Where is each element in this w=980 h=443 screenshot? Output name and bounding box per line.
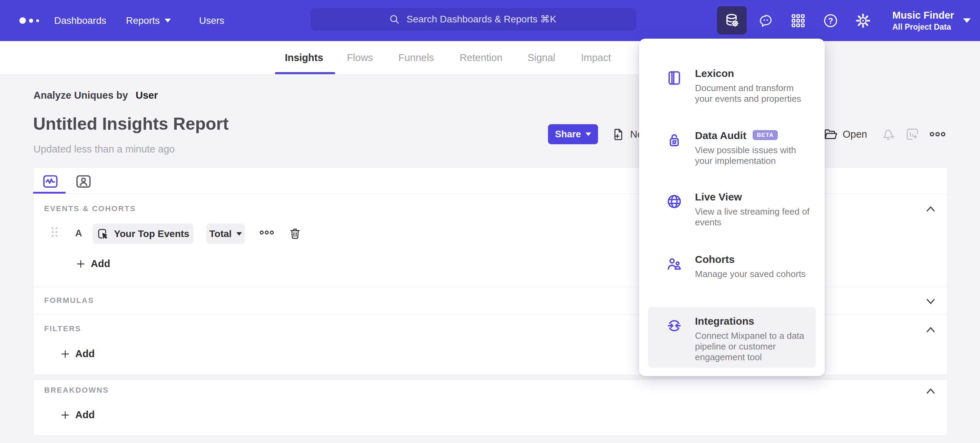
nav-reports[interactable]: Reports	[126, 0, 171, 41]
profiles-view-tab[interactable]	[75, 173, 92, 190]
chevron-down-icon	[926, 297, 936, 305]
bell-plus-icon	[881, 127, 896, 142]
report-title[interactable]: Untitled Insights Report	[33, 114, 229, 134]
project-selector[interactable]: Music Finder All Project Data	[892, 0, 971, 41]
event-selector-chip[interactable]: Your Top Events	[92, 224, 194, 244]
user-card-icon	[75, 173, 92, 190]
add-filter-button[interactable]: Add	[61, 348, 95, 359]
chart-plus-icon	[905, 127, 920, 142]
project-scope: All Project Data	[892, 22, 954, 32]
menu-item-cohorts[interactable]: Cohorts Manage your saved cohorts	[639, 254, 825, 307]
chevron-up-icon	[926, 205, 936, 213]
analyze-prefix: Analyze Uniques by	[33, 90, 128, 101]
analyze-line: Analyze Uniques byUser	[33, 90, 158, 101]
menu-item-data-audit[interactable]: Data Audit BETA View possible issues wit…	[639, 130, 825, 191]
help-icon: ?	[822, 13, 838, 29]
more-actions-button[interactable]	[929, 129, 946, 140]
menu-item-integrations[interactable]: Integrations Connect Mixpanel to a data …	[639, 315, 825, 376]
add-to-dashboard-button[interactable]	[905, 124, 920, 144]
ellipsis-icon	[929, 131, 946, 137]
chevron-up-icon	[926, 326, 936, 333]
nav-reports-label: Reports	[126, 15, 160, 26]
add-event-button[interactable]: Add	[76, 258, 110, 270]
chevron-up-icon	[926, 387, 936, 395]
event-row-delete-button[interactable]	[288, 227, 302, 240]
database-gear-icon	[724, 12, 740, 29]
formulas-section-label: FORMULAS	[44, 296, 94, 305]
event-row-letter: A	[75, 228, 82, 239]
open-folder-icon	[823, 127, 837, 141]
mixpanel-logo-icon[interactable]	[19, 17, 39, 24]
search-input[interactable]	[406, 14, 558, 25]
data-management-button[interactable]	[717, 6, 747, 35]
plus-icon	[76, 259, 85, 268]
event-row-more-button[interactable]	[259, 230, 275, 235]
tab-impact[interactable]: Impact	[581, 41, 611, 74]
events-collapse-button[interactable]	[926, 205, 936, 213]
trash-icon	[288, 227, 302, 240]
tab-signal[interactable]: Signal	[528, 41, 555, 74]
integrations-sync-icon	[666, 318, 682, 334]
pulse-chart-icon	[42, 173, 59, 190]
tab-funnels[interactable]: Funnels	[398, 41, 434, 74]
analyze-entity-selector[interactable]: User	[135, 90, 158, 101]
share-button[interactable]: Share	[548, 124, 598, 144]
cohorts-users-icon	[666, 256, 682, 272]
caret-down-icon	[963, 18, 971, 23]
caret-down-icon	[585, 132, 591, 136]
breakdowns-collapse-button[interactable]	[926, 387, 936, 395]
aggregation-dropdown[interactable]: Total	[206, 224, 245, 244]
ellipsis-icon	[259, 230, 275, 235]
project-name: Music Finder	[892, 10, 954, 21]
caret-down-icon	[236, 232, 242, 236]
data-audit-lock-icon	[666, 132, 682, 148]
mixpanel-app: Dashboards Reports Users	[0, 0, 980, 443]
svg-text:?: ?	[828, 16, 834, 25]
updated-timestamp: Updated less than a minute ago	[33, 143, 175, 155]
data-management-menu: Lexicon Document and transform your even…	[639, 39, 825, 376]
nav-dashboards[interactable]: Dashboards	[54, 0, 106, 41]
add-breakdown-button[interactable]: Add	[61, 409, 95, 421]
feedback-button[interactable]	[751, 0, 781, 41]
search-icon	[388, 13, 400, 25]
settings-button[interactable]	[848, 0, 878, 41]
events-view-tab[interactable]	[42, 173, 59, 190]
events-section-label: EVENTS & COHORTS	[44, 204, 136, 213]
plus-icon	[61, 411, 70, 419]
event-row-drag-handle[interactable]	[52, 227, 57, 237]
tab-retention[interactable]: Retention	[460, 41, 503, 74]
live-view-globe-icon	[666, 193, 682, 210]
gear-icon	[855, 13, 871, 29]
lexicon-book-icon	[666, 70, 682, 86]
active-tab-underline	[275, 72, 335, 74]
nav-users[interactable]: Users	[199, 0, 224, 41]
nav-dashboards-label: Dashboards	[54, 15, 106, 26]
apps-grid-icon	[791, 13, 806, 28]
filters-section-label: FILTERS	[44, 324, 81, 333]
global-search[interactable]	[310, 8, 636, 31]
open-report-button[interactable]: Open	[823, 124, 867, 144]
formulas-expand-button[interactable]	[926, 297, 936, 305]
plus-icon	[61, 349, 70, 359]
breakdowns-section-label: BREAKDOWNS	[44, 386, 109, 395]
tab-insights[interactable]: Insights	[285, 41, 323, 74]
tab-flows[interactable]: Flows	[347, 41, 373, 74]
menu-item-live-view[interactable]: Live View View a live streaming feed of …	[639, 191, 825, 253]
apps-grid-button[interactable]	[783, 0, 813, 41]
caret-down-icon	[165, 19, 171, 22]
breakdowns-card	[33, 379, 948, 436]
event-cursor-icon	[97, 228, 109, 240]
help-button[interactable]: ?	[816, 0, 845, 41]
feedback-bubble-icon	[758, 13, 773, 28]
alerts-button[interactable]	[881, 124, 896, 144]
nav-users-label: Users	[199, 15, 224, 26]
top-bar: Dashboards Reports Users	[0, 0, 980, 41]
new-document-icon	[611, 127, 625, 141]
beta-badge: BETA	[752, 130, 778, 140]
filters-collapse-button[interactable]	[926, 326, 936, 333]
menu-item-lexicon[interactable]: Lexicon Document and transform your even…	[639, 68, 825, 130]
report-tab-bar: Insights Flows Funnels Retention Signal …	[0, 41, 718, 74]
